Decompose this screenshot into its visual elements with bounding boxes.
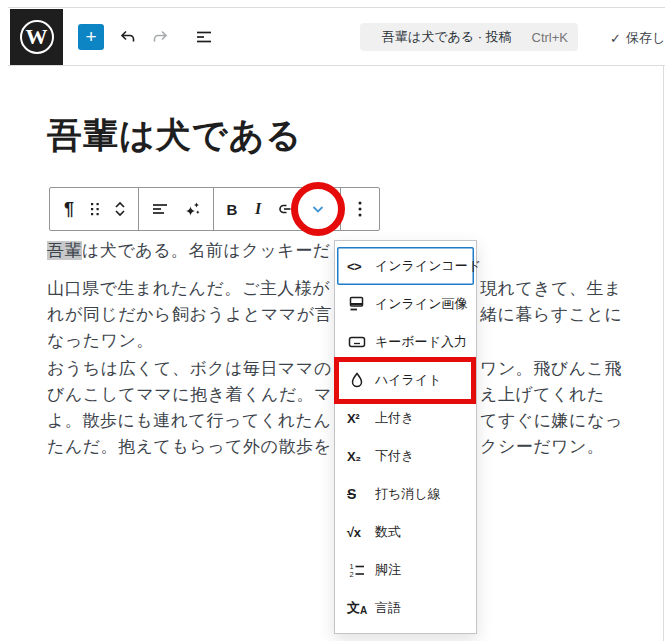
redo-icon (150, 27, 170, 47)
paragraph-block-button[interactable]: ¶ (54, 188, 84, 230)
menu-item-language[interactable]: 文A 言語 (337, 589, 474, 627)
bold-button[interactable]: B (218, 188, 246, 230)
menu-item-inline-code[interactable]: <> インラインコード (337, 247, 474, 285)
wordpress-editor: W + 吾輩は犬である · 投稿 Ctrl+K ✓ 保存し (0, 0, 670, 641)
more-formats-dropdown-button[interactable] (300, 188, 336, 230)
text-fragment: 緒に暮らすことに (480, 302, 622, 328)
block-options-button[interactable] (345, 188, 375, 230)
text-align-button[interactable] (143, 188, 177, 230)
post-title-field[interactable]: 吾輩は犬である (47, 112, 302, 159)
kebab-menu-icon (357, 200, 363, 218)
undo-icon (118, 27, 138, 47)
undo-button[interactable] (116, 25, 140, 49)
redo-button[interactable] (148, 25, 172, 49)
link-button[interactable] (270, 188, 300, 230)
italic-button[interactable]: I (246, 188, 270, 230)
wordpress-logo-letter: W (20, 20, 54, 54)
text-fragment: てすぐに嫌になっ (480, 408, 623, 434)
text-fragment: たんだ。抱えてもらって外の散歩を (47, 437, 331, 456)
toolbar-group-options (341, 188, 379, 230)
keyboard-icon (347, 332, 371, 352)
text-fragment: は犬である。名前はクッキーだ (82, 241, 331, 260)
save-status-label: 保存し (626, 29, 665, 47)
formats-dropdown-menu: <> インラインコード インライン画像 キーボード入力 ハイライト X² 上付き (334, 240, 477, 634)
paragraph-icon: ¶ (64, 199, 74, 220)
menu-item-superscript[interactable]: X² 上付き (337, 399, 474, 437)
menu-item-subscript[interactable]: X₂ 下付き (337, 437, 474, 475)
move-up-down-icon (111, 199, 129, 219)
strikethrough-icon: S (347, 484, 371, 504)
footnote-icon: 12 (347, 560, 371, 580)
menu-item-footnote[interactable]: 12 脚注 (337, 551, 474, 589)
text-fragment: びんこしてママに抱き着くんだ。マ (47, 385, 332, 404)
editor-header: W + 吾輩は犬である · 投稿 Ctrl+K ✓ 保存し (8, 7, 665, 66)
text-fragment: れが同じだから飼おうよとママが言 (47, 305, 332, 324)
text-fragment: 山口県で生まれたんだ。ご主人様が (47, 279, 330, 298)
ai-assistant-button[interactable] (177, 188, 209, 230)
square-root-icon: √x (347, 522, 371, 542)
menu-item-strikethrough[interactable]: S 打ち消し線 (337, 475, 474, 513)
wordpress-logo[interactable]: W (10, 9, 63, 65)
chevron-down-icon (308, 199, 328, 219)
text-fragment: なったワン。 (47, 331, 154, 350)
document-title: 吾輩は犬である · 投稿 (370, 28, 524, 46)
language-icon: 文A (347, 598, 371, 618)
subscript-icon: X₂ (347, 446, 371, 466)
drag-handle-icon (88, 200, 102, 218)
italic-icon: I (255, 200, 261, 218)
drag-handle[interactable] (84, 188, 106, 230)
droplet-icon (347, 370, 371, 390)
command-center-pill[interactable]: 吾輩は犬である · 投稿 Ctrl+K (360, 23, 578, 51)
bold-icon: B (227, 201, 238, 218)
toolbar-group-block: ¶ (50, 188, 138, 230)
menu-item-highlight[interactable]: ハイライト (337, 361, 474, 399)
superscript-icon: X² (347, 408, 371, 428)
menu-item-formula[interactable]: √x 数式 (337, 513, 474, 551)
canvas-right-border (663, 66, 664, 641)
align-left-icon (150, 199, 170, 219)
toolbar-group-format: B I (214, 188, 340, 230)
block-mover-button[interactable] (106, 188, 134, 230)
menu-item-keyboard-input[interactable]: キーボード入力 (337, 323, 474, 361)
svg-text:2: 2 (350, 570, 354, 579)
text-fragment: よ。散歩にも連れて行ってくれたん (47, 411, 331, 430)
code-icon: <> (347, 256, 371, 276)
block-inserter-button[interactable]: + (78, 24, 104, 50)
sparkles-icon (183, 199, 203, 219)
toolbar-group-align (139, 188, 213, 230)
save-status: ✓ 保存し (610, 29, 665, 47)
text-fragment: え上げてくれた (480, 382, 605, 408)
text-fragment: 現れてきて、生ま (480, 276, 622, 302)
check-icon: ✓ (610, 31, 621, 46)
text-fragment: ワン。飛びんこ飛 (480, 356, 622, 382)
text-fragment: クシーだワン。 (480, 434, 605, 460)
list-view-icon (194, 27, 214, 47)
block-toolbar: ¶ (49, 187, 380, 231)
document-overview-button[interactable] (192, 25, 216, 49)
link-icon (275, 199, 295, 219)
inline-image-icon (347, 294, 371, 314)
text-fragment: おうちは広くて、ボクは毎日ママの (47, 359, 332, 378)
menu-item-inline-image[interactable]: インライン画像 (337, 285, 474, 323)
plus-icon: + (85, 25, 96, 49)
command-shortcut: Ctrl+K (532, 30, 568, 45)
selected-text-highlight[interactable]: 吾輩 (47, 241, 82, 260)
